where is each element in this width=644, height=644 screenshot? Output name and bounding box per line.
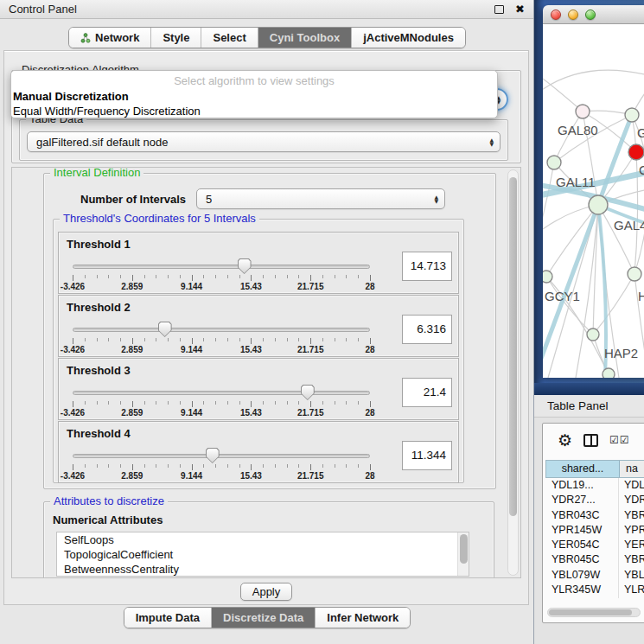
slider-handle[interactable] [238, 258, 252, 274]
bottom-node[interactable] [603, 368, 615, 378]
table-row[interactable]: YBR045CYBR0 [545, 552, 644, 567]
table-row[interactable]: YLR345WYLR3 [545, 583, 644, 597]
number-of-intervals-combo[interactable]: 5 ▲▼ [196, 188, 445, 209]
slider-track[interactable] [73, 391, 370, 395]
table-row[interactable]: YBR043CYBR0 [545, 508, 644, 523]
top-tab-network[interactable]: Network [69, 28, 150, 48]
table-row[interactable]: YIL052CYIL0 [545, 597, 644, 598]
bottom-tab-label: Impute Data [136, 611, 200, 624]
top-right-node[interactable] [625, 108, 639, 122]
algorithm-option[interactable]: Equal Width/Frequency Discretization [11, 104, 497, 118]
shared-name-cell[interactable]: YER054C [545, 538, 619, 552]
table-data-combo[interactable]: galFiltered.sif default node ▲▼ [27, 131, 501, 152]
top-tab-label: Style [163, 31, 189, 44]
network-edge[interactable] [543, 70, 644, 92]
bottom-tab-impute-data[interactable]: Impute Data [124, 608, 211, 628]
bottom-tab-infer-network[interactable]: Infer Network [315, 608, 410, 628]
top-tab-label: Cyni Toolbox [270, 31, 340, 44]
algorithm-placeholder-item[interactable]: Select algorithm to view settings [11, 73, 497, 89]
attributes-scrollbar[interactable] [457, 532, 469, 576]
shared-name-cell[interactable]: YLR345W [545, 583, 619, 597]
gal4-node[interactable] [589, 195, 608, 214]
network-window-titlebar[interactable] [543, 5, 644, 24]
zoom-traffic-light[interactable] [585, 10, 596, 20]
network-edge[interactable] [634, 274, 644, 353]
shared-name-cell[interactable]: YIL052C [545, 597, 619, 598]
gcy1-node[interactable] [543, 271, 552, 283]
table-hscrollbar-thumb[interactable] [549, 609, 632, 615]
slider-track[interactable] [73, 265, 370, 269]
gal80-node[interactable] [576, 105, 590, 118]
shared-name-cell[interactable]: YDL19... [545, 478, 619, 493]
slider-handle[interactable] [158, 322, 172, 337]
name-cell[interactable]: YBL0 [619, 568, 644, 583]
right-node[interactable] [628, 267, 641, 281]
network-edge[interactable] [543, 76, 583, 112]
name-cell[interactable]: YDR2 [619, 493, 644, 507]
threshold-value-field[interactable]: 14.713 [402, 252, 452, 281]
name-cell[interactable]: YIL0 [619, 597, 644, 598]
network-edge[interactable] [593, 274, 634, 335]
top-tab-style[interactable]: Style [150, 28, 201, 48]
threshold-slider[interactable]: -3.4262.8599.14415.4321.71528 [73, 453, 370, 479]
stepper-arrows-icon: ▲▼ [434, 194, 438, 204]
name-cell[interactable]: YBR0 [619, 508, 644, 523]
slider-track[interactable] [73, 454, 370, 458]
column-header-name[interactable]: na [620, 461, 644, 477]
attribute-item[interactable]: TopologicalCoefficient [57, 547, 469, 562]
algorithm-option[interactable]: Manual Discretization [11, 89, 497, 104]
red-node[interactable] [628, 144, 644, 160]
threshold-value-field[interactable]: 21.4 [402, 378, 452, 407]
shared-name-cell[interactable]: YBR045C [545, 552, 619, 567]
table-row[interactable]: YPR145WYPR1 [545, 523, 644, 538]
minimize-traffic-light[interactable] [568, 10, 578, 20]
top-tab-jactivemnodules[interactable]: jActiveMNodules [351, 28, 465, 48]
network-edge[interactable] [634, 152, 638, 274]
slider-handle[interactable] [301, 385, 315, 400]
table-row[interactable]: YER054CYER0 [545, 538, 644, 552]
table-row[interactable]: YDL19...YDL1 [545, 478, 644, 493]
close-traffic-light[interactable] [551, 10, 561, 20]
name-cell[interactable]: YPR1 [619, 523, 644, 538]
attribute-item[interactable]: SelfLoops [57, 532, 469, 547]
bottom-tab-discretize-data[interactable]: Discretize Data [211, 608, 315, 628]
threshold-slider[interactable]: -3.4262.8599.14415.4321.71528 [73, 390, 370, 416]
settings-vertical-scrollbar[interactable] [507, 169, 519, 576]
table-horizontal-scrollbar[interactable] [547, 608, 641, 617]
network-canvas[interactable]: GAL80GACGAL11GAL4GCY1HHAP2 [543, 24, 644, 378]
shared-name-cell[interactable]: YBR043C [545, 508, 619, 523]
top-tab-select[interactable]: Select [201, 28, 257, 48]
threshold-slider[interactable]: -3.4262.8599.14415.4321.71528 [73, 327, 370, 353]
shared-name-cell[interactable]: YDR27... [545, 493, 619, 507]
float-icon[interactable] [494, 5, 504, 14]
settings-scrollbar-thumb[interactable] [509, 177, 517, 516]
slider-track[interactable] [73, 328, 370, 332]
shared-name-cell[interactable]: YBL079W [545, 568, 619, 583]
columns-icon[interactable] [583, 434, 598, 447]
numerical-attributes-list[interactable]: SelfLoopsTopologicalCoefficientBetweenne… [56, 532, 469, 577]
gear-icon[interactable]: ⚙ [558, 432, 572, 449]
close-icon[interactable]: ✖ [515, 4, 525, 15]
threshold-value-field[interactable]: 6.316 [402, 315, 452, 344]
threshold-value-field[interactable]: 11.344 [402, 441, 452, 470]
select-columns-checkboxes-icon[interactable]: ☑☑ [609, 434, 630, 446]
column-header-shared-name[interactable]: shared... [546, 461, 620, 477]
gal11-node[interactable] [547, 156, 561, 169]
name-cell[interactable]: YLR3 [619, 583, 644, 597]
shared-name-cell[interactable]: YPR145W [545, 523, 619, 538]
attribute-item[interactable]: BetweennessCentrality [57, 562, 469, 577]
top-tab-cyni-toolbox[interactable]: Cyni Toolbox [258, 28, 351, 48]
attributes-scrollbar-thumb[interactable] [460, 534, 468, 564]
network-edge[interactable] [593, 205, 598, 335]
hap2-node[interactable] [587, 328, 599, 341]
slider-handle[interactable] [206, 448, 220, 463]
name-cell[interactable]: YER0 [619, 538, 644, 552]
network-edge[interactable] [546, 205, 598, 277]
name-cell[interactable]: YDL1 [619, 478, 644, 493]
network-edge-highlighted[interactable] [598, 115, 632, 205]
name-cell[interactable]: YBR0 [619, 552, 644, 567]
table-row[interactable]: YBL079WYBL0 [545, 568, 644, 583]
apply-button[interactable]: Apply [240, 583, 292, 601]
table-row[interactable]: YDR27...YDR2 [545, 493, 644, 507]
threshold-slider[interactable]: -3.4262.8599.14415.4321.71528 [73, 264, 370, 290]
